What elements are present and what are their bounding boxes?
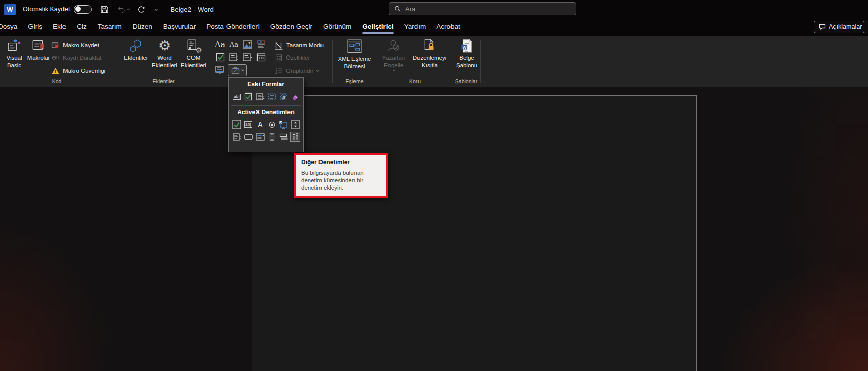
addins-icon bbox=[128, 38, 144, 53]
plain-text-content-icon[interactable]: Aa bbox=[229, 39, 239, 49]
activex-list-box-icon[interactable] bbox=[255, 132, 265, 142]
makro-guvenligi-button[interactable]: Makro Güvenliği bbox=[51, 65, 105, 76]
activex-textbox-icon[interactable]: ab| bbox=[243, 119, 253, 130]
visual-basic-button[interactable]: Visual Basic bbox=[3, 38, 25, 69]
legacy-tools-dropdown: Eski Formlar ab| a ActiveX Denetimleri bbox=[228, 77, 304, 152]
design-mode-stack: Tasarım Modu Özellikler Gruplandır bbox=[275, 40, 324, 78]
tab-ciz[interactable]: Çiz bbox=[77, 18, 87, 36]
undo-icon bbox=[117, 5, 129, 14]
duzenlemeyi-kisitla-button[interactable]: Düzenlemeyi Kısıtla bbox=[408, 38, 451, 69]
save-icon[interactable] bbox=[100, 5, 109, 14]
word-window: W Otomatik Kaydet Belge2 - Word bbox=[0, 0, 868, 371]
legacy-tools-icon bbox=[231, 66, 240, 74]
document-page[interactable] bbox=[252, 95, 697, 371]
properties-icon bbox=[275, 54, 283, 62]
building-block-gallery-icon[interactable] bbox=[255, 39, 266, 49]
date-picker-content-icon[interactable] bbox=[255, 52, 266, 63]
xml-esleme-bolmesi-button[interactable]: XML Eşleme Bölmesi bbox=[335, 38, 374, 70]
activex-checkbox-icon[interactable] bbox=[232, 119, 242, 130]
activex-label-icon[interactable]: A bbox=[255, 119, 265, 130]
picture-content-icon[interactable] bbox=[242, 39, 253, 49]
document-canvas bbox=[0, 87, 868, 371]
dropdown-list-content-icon[interactable] bbox=[242, 52, 253, 63]
customize-quick-access-icon[interactable] bbox=[154, 8, 158, 11]
more-controls-icon bbox=[292, 133, 299, 141]
activex-row-2 bbox=[231, 132, 301, 142]
xml-esleme-label: XML Eşleme Bölmesi bbox=[335, 56, 374, 70]
tab-acrobat[interactable]: Acrobat bbox=[436, 18, 460, 36]
checkbox-form-field-icon[interactable] bbox=[243, 91, 253, 102]
tab-giris[interactable]: Giriş bbox=[28, 18, 42, 36]
comment-icon bbox=[819, 24, 826, 30]
search-icon bbox=[394, 5, 401, 12]
activex-combo-box-icon[interactable] bbox=[232, 132, 242, 142]
dropdown-form-field-icon[interactable] bbox=[255, 91, 265, 102]
warning-icon bbox=[51, 67, 60, 75]
more-controls-button[interactable] bbox=[290, 132, 300, 142]
ozellikler-label: Özellikler bbox=[286, 55, 310, 61]
tab-basvurular[interactable]: Başvurular bbox=[163, 18, 196, 36]
combo-box-content-icon[interactable] bbox=[229, 52, 239, 63]
form-field-shading-icon[interactable]: a bbox=[278, 91, 288, 102]
more-controls-tooltip: Diğer Denetimler Bu bilgisayarda bulunan… bbox=[294, 153, 388, 198]
reset-form-fields-icon[interactable] bbox=[290, 91, 300, 102]
insert-frame-icon[interactable] bbox=[267, 91, 277, 102]
legacy-forms-header: Eski Formlar bbox=[231, 81, 301, 88]
activex-option-button-icon[interactable] bbox=[267, 119, 277, 130]
tab-dosya[interactable]: Dosya bbox=[0, 18, 17, 36]
text-form-field-icon[interactable]: ab| bbox=[232, 91, 242, 102]
legacy-tools-button[interactable] bbox=[228, 64, 247, 76]
gear-icon: ⚙ bbox=[158, 38, 171, 53]
tab-tasarim[interactable]: Tasarım bbox=[98, 18, 122, 36]
activex-spin-button-icon[interactable] bbox=[290, 119, 300, 130]
eklentiler-button[interactable]: Eklentiler bbox=[123, 38, 149, 62]
tab-gelistirici[interactable]: Geliştirici bbox=[362, 18, 394, 36]
document-template-icon: W bbox=[459, 38, 474, 53]
eklentiler-label: Eklentiler bbox=[124, 55, 148, 62]
tooltip-title: Diğer Denetimler bbox=[301, 159, 380, 166]
tab-gorunum[interactable]: Görünüm bbox=[323, 18, 351, 36]
title-bar: W Otomatik Kaydet Belge2 - Word bbox=[0, 0, 868, 18]
rich-text-content-icon[interactable]: Aa bbox=[215, 39, 226, 49]
tab-ekle[interactable]: Ekle bbox=[53, 18, 66, 36]
group-icon bbox=[275, 67, 283, 75]
group-separator bbox=[209, 40, 209, 83]
activex-toggle-button-icon[interactable] bbox=[278, 132, 288, 142]
quick-access-toolbar bbox=[100, 5, 158, 14]
checkbox-content-icon[interactable] bbox=[215, 52, 226, 63]
sablonlar-group-label: Şablonlar bbox=[450, 78, 483, 84]
repeating-section-content-icon[interactable] bbox=[215, 65, 226, 75]
makrolar-button[interactable]: Makrolar bbox=[27, 38, 50, 62]
activex-scroll-bar-icon[interactable] bbox=[267, 132, 277, 142]
autosave-toggle[interactable] bbox=[74, 5, 92, 14]
com-eklentileri-label: COM Eklentileri bbox=[180, 55, 207, 69]
kaydi-duraklat-label: Kaydı Duraklat bbox=[63, 55, 101, 61]
search-input[interactable] bbox=[405, 5, 571, 13]
makro-kaydet-label: Makro Kaydet bbox=[63, 42, 99, 48]
legacy-tools-chevron bbox=[241, 68, 244, 71]
visual-basic-label: Visual Basic bbox=[3, 55, 25, 69]
toggle-knob bbox=[75, 6, 81, 12]
duzenlemeyi-kisitla-label: Düzenlemeyi Kısıtla bbox=[408, 55, 451, 69]
activex-row-1: ab| A bbox=[231, 119, 301, 130]
belge-sablonu-button[interactable]: W Belge Şablonu bbox=[453, 38, 480, 69]
com-eklentileri-button[interactable]: ⚙ COM Eklentileri bbox=[180, 38, 207, 69]
activex-image-icon[interactable] bbox=[278, 119, 288, 130]
yazarlari-engelle-button: Yazarları Engelle bbox=[380, 38, 407, 71]
share-button-partial[interactable] bbox=[863, 21, 868, 33]
tooltip-body: Bu bilgisayarda bulunan denetim kümesind… bbox=[301, 169, 380, 192]
tasarim-modu-button[interactable]: Tasarım Modu bbox=[275, 40, 324, 51]
comments-button[interactable]: Açıklamalar bbox=[814, 21, 867, 33]
search-box[interactable] bbox=[389, 2, 576, 15]
word-eklentileri-button[interactable]: ⚙ Word Eklentileri bbox=[151, 38, 178, 69]
tab-duzen[interactable]: Düzen bbox=[133, 18, 152, 36]
redo-icon[interactable] bbox=[137, 5, 146, 14]
yazarlari-engelle-label: Yazarları Engelle bbox=[380, 55, 407, 69]
makro-kaydet-button[interactable]: Makro Kaydet bbox=[51, 40, 105, 51]
tab-yardim[interactable]: Yardım bbox=[404, 18, 426, 36]
word-logo-icon: W bbox=[4, 4, 16, 15]
tab-posta-gonderileri[interactable]: Posta Gönderileri bbox=[206, 18, 259, 36]
group-separator bbox=[332, 40, 333, 83]
tab-gozden-gecir[interactable]: Gözden Geçir bbox=[270, 18, 312, 36]
activex-command-button-icon[interactable] bbox=[243, 132, 253, 142]
